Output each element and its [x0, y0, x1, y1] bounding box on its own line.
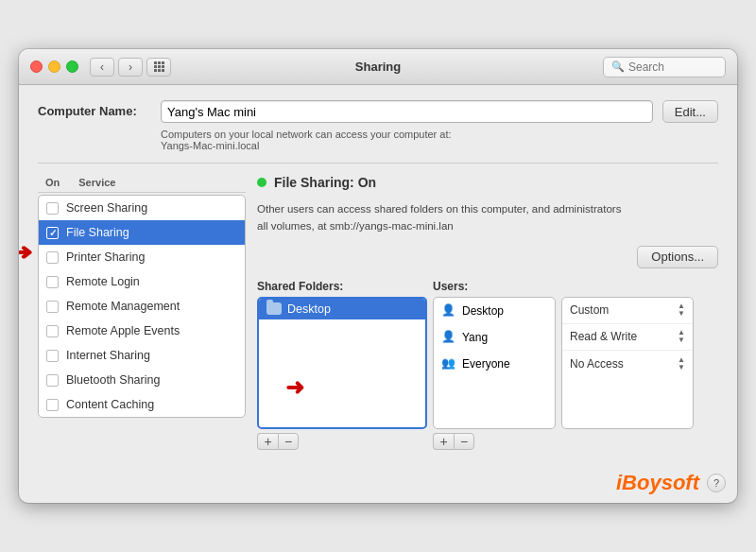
perm-stepper-custom[interactable]: ▲ ▼: [678, 302, 685, 318]
label-bluetooth-sharing: Bluetooth Sharing: [66, 373, 160, 387]
checkbox-file-sharing[interactable]: [46, 227, 59, 239]
folder-name-desktop: Desktop: [287, 302, 331, 316]
status-bar: File Sharing: On: [257, 175, 718, 190]
checkbox-remote-login[interactable]: [46, 276, 59, 288]
computer-name-input[interactable]: [161, 100, 653, 123]
perm-label-noaccess: No Access: [570, 357, 624, 371]
user-icon-desktop: [441, 303, 456, 319]
label-file-sharing: File Sharing: [66, 226, 129, 239]
sidebar-item-content-caching[interactable]: Content Caching: [39, 392, 245, 417]
iboysoft-logo: iBoysoft: [616, 471, 699, 495]
sidebar-item-remote-login[interactable]: Remote Login: [39, 269, 245, 294]
sidebar: On Service Screen Sharing File Sharing: [38, 175, 246, 418]
stepper-down-noaccess[interactable]: ▼: [678, 364, 685, 371]
remove-folder-button[interactable]: −: [278, 433, 299, 450]
remove-user-button[interactable]: −: [454, 433, 474, 450]
main-panel: ➜ On Service Screen Sharing: [38, 175, 718, 450]
folder-icon: [266, 302, 282, 315]
titlebar: ‹ › Sharing 🔍: [19, 49, 737, 85]
folders-users-row: Shared Folders: Desktop ➜ +: [257, 280, 718, 450]
label-printer-sharing: Printer Sharing: [66, 250, 145, 264]
sidebar-item-remote-apple-events[interactable]: Remote Apple Events: [39, 319, 245, 343]
checkbox-screen-sharing[interactable]: [46, 202, 59, 215]
right-panel: File Sharing: On Other users can access …: [257, 175, 718, 450]
add-user-button[interactable]: +: [433, 433, 454, 450]
users-section: Users: Desktop Yang: [433, 280, 556, 450]
search-icon: 🔍: [611, 60, 625, 73]
user-icon-everyone: [441, 356, 456, 371]
computer-name-label: Computer Name:: [38, 100, 151, 118]
folder-add-remove: + −: [257, 433, 427, 450]
perm-stepper-readwrite[interactable]: ▲ ▼: [678, 329, 685, 344]
maximize-button[interactable]: [66, 60, 78, 73]
minimize-button[interactable]: [48, 60, 60, 73]
add-folder-button[interactable]: +: [257, 433, 278, 450]
user-add-remove: + −: [433, 433, 556, 450]
search-bar[interactable]: 🔍: [603, 57, 726, 78]
folder-arrow-annotation: ➜: [285, 374, 304, 401]
permissions-label: [561, 280, 694, 293]
shared-folders-section: Shared Folders: Desktop ➜ +: [257, 280, 427, 450]
perm-item-custom[interactable]: Custom ▲ ▼: [562, 298, 693, 324]
perm-label-readwrite: Read & Write: [570, 330, 637, 343]
divider: [38, 163, 718, 164]
perm-item-readwrite[interactable]: Read & Write ▲ ▼: [562, 324, 693, 351]
options-btn-row: Options...: [257, 246, 718, 268]
checkbox-remote-apple-events[interactable]: [46, 325, 59, 337]
sidebar-item-internet-sharing[interactable]: Internet Sharing: [39, 343, 245, 368]
nav-buttons: ‹ ›: [90, 58, 143, 77]
label-screen-sharing: Screen Sharing: [66, 201, 147, 215]
sidebar-item-remote-management[interactable]: Remote Management: [39, 294, 245, 319]
stepper-down-custom[interactable]: ▼: [678, 310, 685, 318]
watermark: iBoysoft ?: [19, 465, 737, 503]
checkbox-printer-sharing[interactable]: [46, 251, 59, 264]
label-internet-sharing: Internet Sharing: [66, 349, 150, 362]
sidebar-item-screen-sharing[interactable]: Screen Sharing: [39, 196, 245, 220]
label-remote-management: Remote Management: [66, 300, 180, 313]
label-remote-apple-events: Remote Apple Events: [66, 324, 180, 337]
sidebar-header: On Service: [38, 175, 246, 193]
perm-item-noaccess[interactable]: No Access ▲ ▼: [562, 351, 693, 377]
user-item-everyone[interactable]: Everyone: [434, 351, 555, 377]
window-title: Sharing: [355, 60, 401, 74]
close-button[interactable]: [30, 60, 43, 73]
label-content-caching: Content Caching: [66, 398, 154, 411]
users-list: Desktop Yang Everyone: [433, 297, 556, 429]
col-on-label: On: [45, 177, 60, 188]
label-remote-login: Remote Login: [66, 275, 140, 288]
user-icon-yang: [441, 330, 456, 345]
sidebar-item-file-sharing[interactable]: File Sharing: [39, 220, 245, 245]
user-name-everyone: Everyone: [462, 357, 510, 371]
back-button[interactable]: ‹: [90, 58, 114, 77]
grid-icon: [154, 61, 164, 72]
folder-item-desktop[interactable]: Desktop: [259, 299, 425, 319]
sidebar-item-bluetooth-sharing[interactable]: Bluetooth Sharing: [39, 368, 245, 392]
edit-button[interactable]: Edit...: [662, 100, 718, 123]
search-input[interactable]: [628, 60, 717, 74]
forward-button[interactable]: ›: [118, 58, 143, 77]
perm-stepper-noaccess[interactable]: ▲ ▼: [678, 356, 685, 371]
sidebar-arrow-annotation: ➜: [19, 239, 33, 266]
stepper-down-readwrite[interactable]: ▼: [678, 336, 685, 344]
permissions-section: Custom ▲ ▼ Read & Write ▲ ▼: [561, 280, 694, 450]
grid-view-button[interactable]: [146, 58, 171, 77]
folders-wrapper: Desktop ➜: [257, 297, 427, 429]
help-button[interactable]: ?: [707, 474, 726, 492]
user-name-desktop: Desktop: [462, 304, 504, 318]
user-item-yang[interactable]: Yang: [434, 324, 555, 351]
traffic-lights: [30, 60, 78, 73]
checkbox-content-caching[interactable]: [46, 399, 59, 411]
status-description: Other users can access shared folders on…: [257, 201, 718, 234]
user-item-desktop[interactable]: Desktop: [434, 298, 555, 324]
iboysoft-rest: Boysoft: [622, 471, 699, 494]
local-address: Computers on your local network can acce…: [161, 129, 718, 151]
checkbox-bluetooth-sharing[interactable]: [46, 374, 59, 387]
users-label: Users:: [433, 280, 556, 293]
options-button[interactable]: Options...: [637, 246, 718, 268]
user-name-yang: Yang: [462, 331, 488, 344]
sidebar-item-printer-sharing[interactable]: Printer Sharing: [39, 245, 245, 269]
checkbox-internet-sharing[interactable]: [46, 350, 59, 362]
checkbox-remote-management[interactable]: [46, 301, 59, 313]
shared-folders-label: Shared Folders:: [257, 280, 427, 293]
sidebar-list: Screen Sharing File Sharing Printer Shar…: [38, 195, 246, 418]
